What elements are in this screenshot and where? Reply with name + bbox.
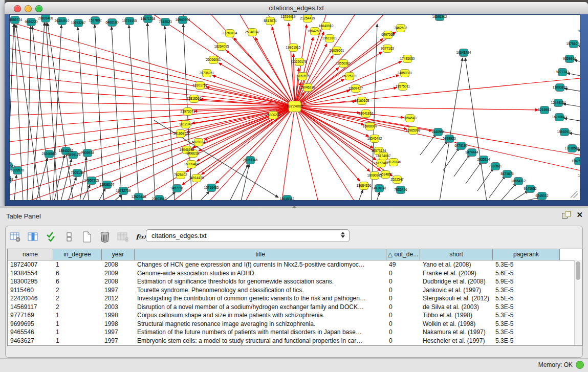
network-canvas[interactable]: 1872400714055724988622020891406263049101… — [9, 14, 580, 201]
table-cell[interactable]: 2012 — [102, 295, 135, 302]
column-header[interactable]: △ out_de... — [386, 249, 420, 260]
table-cell[interactable]: 2003 — [102, 303, 135, 311]
table-cell[interactable]: 2 — [53, 303, 102, 311]
table-cell[interactable]: 5.3E-5 — [493, 329, 560, 336]
table-cell[interactable]: 2 — [53, 295, 102, 302]
table-cell[interactable]: 2008 — [102, 278, 135, 285]
table-cell[interactable]: 0 — [386, 270, 420, 277]
table-cell[interactable]: 0 — [386, 329, 420, 336]
column-header[interactable]: year — [102, 249, 135, 260]
table-cell[interactable]: 2008 — [102, 261, 135, 268]
table-cell[interactable]: 9463627 — [8, 337, 53, 344]
table-cell[interactable]: 5.3E-5 — [493, 287, 560, 294]
table-cell[interactable]: 1 — [53, 320, 102, 327]
table-cell[interactable]: Jankovic et al. (1997) — [420, 287, 493, 294]
table-cell[interactable]: 18300295 — [8, 278, 53, 285]
table-cell[interactable]: 19384554 — [8, 270, 53, 277]
column-header[interactable]: name — [8, 249, 53, 260]
table-cell[interactable]: 0 — [386, 320, 420, 327]
table-cell[interactable]: 1997 — [102, 287, 135, 294]
table-cell[interactable]: Genome-wide association studies in ADHD. — [135, 270, 386, 277]
network-view-window[interactable]: citations_edges.txt 18724007140557249886… — [5, 2, 588, 206]
table-cell[interactable]: 18724007 — [8, 261, 53, 268]
table-cell[interactable]: Wolkin et al. (1998) — [420, 320, 493, 327]
table-cell[interactable]: 5.3E-5 — [493, 320, 560, 327]
table-cell[interactable]: 1 — [53, 329, 102, 336]
scrollbar-thumb[interactable] — [576, 261, 580, 280]
column-header[interactable]: short — [420, 249, 493, 260]
table-cell[interactable]: 5.3E-5 — [493, 261, 560, 268]
table-cell[interactable]: 5.6E-5 — [493, 270, 560, 277]
table-cell[interactable]: 9777169 — [8, 312, 53, 319]
show-columns-icon[interactable] — [28, 231, 39, 243]
table-row[interactable]: 977716911998Corpus callosum shape and si… — [8, 311, 582, 320]
table-cell[interactable]: Changes of HCN gene expression and I(f) … — [135, 261, 386, 268]
table-cell[interactable]: 0 — [386, 303, 420, 311]
table-cell[interactable]: Estimation of the future numbers of pati… — [135, 329, 386, 336]
table-row[interactable]: 969969511998Structural magnetic resonanc… — [8, 320, 582, 329]
memory-status[interactable]: Memory: OK — [538, 361, 584, 369]
table-cell[interactable]: 2009 — [102, 270, 135, 277]
table-row[interactable]: 2242004622012Investigating the contribut… — [8, 294, 582, 303]
table-cell[interactable]: Tourette syndrome. Phenomenology and cla… — [135, 287, 386, 294]
table-cell[interactable]: 0 — [386, 295, 420, 302]
table-cell[interactable]: 0 — [386, 312, 420, 319]
table-cell[interactable]: Yano et al. (2008) — [420, 261, 493, 268]
table-row[interactable]: 1830029562008Estimation of significance … — [8, 277, 582, 286]
network-graph[interactable]: 1872400714055724988622020891406263049101… — [10, 15, 580, 200]
table-row[interactable]: 946362711997Embryonic stem cells: a mode… — [8, 337, 582, 345]
table-cell[interactable]: Corpus callosum shape and size in male p… — [135, 312, 386, 319]
table-cell[interactable]: 0 — [386, 278, 420, 285]
table-cell[interactable]: de Silva et al. (2003) — [420, 303, 493, 311]
canvas-resize-grip[interactable] — [571, 191, 578, 198]
table-cell[interactable]: 0 — [386, 287, 420, 294]
table-row[interactable]: 946554611997Estimation of the future num… — [8, 328, 582, 337]
function-builder-icon[interactable]: f(x) — [135, 231, 146, 243]
table-cell[interactable]: 1997 — [102, 329, 135, 336]
column-header[interactable]: pagerank — [493, 249, 560, 260]
left-panel-collapsed-strip[interactable] — [0, 0, 5, 206]
table-cell[interactable]: 1 — [53, 312, 102, 319]
table-cell[interactable]: 1998 — [102, 320, 135, 327]
table-cell[interactable]: Estimation of significance thresholds fo… — [135, 278, 386, 285]
table-cell[interactable]: 14569117 — [8, 303, 53, 311]
table-cell[interactable]: 1998 — [102, 312, 135, 319]
table-cell[interactable]: 9699695 — [8, 320, 53, 327]
create-column-icon[interactable] — [81, 231, 93, 243]
table-cell[interactable]: 22420046 — [8, 295, 53, 302]
table-cell[interactable]: 5.9E-5 — [493, 278, 560, 285]
row-selector-icon[interactable] — [63, 231, 75, 243]
table-cell[interactable]: Structural magnetic resonance image aver… — [135, 320, 386, 327]
table-cell[interactable]: Dudbridge et al. (2008) — [420, 278, 493, 285]
table-cell[interactable]: 0 — [386, 337, 420, 344]
network-window-titlebar[interactable]: citations_edges.txt — [5, 2, 588, 14]
table-row[interactable]: 911546021997Tourette syndrome. Phenomeno… — [8, 286, 582, 295]
table-cell[interactable]: 1 — [53, 337, 102, 344]
table-cell[interactable]: Investigating the contribution of common… — [135, 295, 386, 302]
table-cell[interactable]: 5.3E-5 — [493, 303, 560, 311]
table-cell[interactable]: Embryonic stem cells: a model to study s… — [135, 337, 386, 344]
table-cell[interactable]: 49 — [386, 261, 420, 268]
table-row[interactable]: 1938455462009Genome-wide association stu… — [8, 269, 582, 278]
table-cell[interactable]: Hescheler et al. (1997) — [420, 337, 493, 344]
table-cell[interactable]: Stergiakouli et al. (2012) — [420, 295, 493, 302]
table-cell[interactable]: 5.3E-5 — [493, 337, 560, 344]
table-cell[interactable]: 6 — [53, 270, 102, 277]
delete-table-icon[interactable] — [117, 231, 128, 243]
column-header[interactable]: in_degree — [53, 249, 102, 260]
table-cell[interactable]: Nakamura et al. (1997) — [420, 329, 493, 336]
select-all-icon[interactable] — [46, 231, 57, 243]
column-header[interactable]: title — [135, 249, 386, 260]
table-selector-dropdown[interactable]: citations_edges.txt — [146, 229, 350, 242]
table-vertical-scrollbar[interactable] — [574, 260, 582, 345]
table-cell[interactable]: 1 — [53, 261, 102, 268]
table-row[interactable]: 1456911722003Disruption of a novel membe… — [8, 303, 582, 312]
table-cell[interactable]: 5.3E-5 — [493, 312, 560, 319]
table-cell[interactable]: Disruption of a novel member of a sodium… — [135, 303, 386, 311]
table-cell[interactable]: 9115460 — [8, 287, 53, 294]
table-cell[interactable]: 5.5E-5 — [493, 295, 560, 302]
table-cell[interactable]: 1997 — [102, 337, 135, 344]
delete-columns-icon[interactable] — [99, 231, 111, 243]
table-cell[interactable]: Tibbo et al. (1998) — [420, 312, 493, 319]
table-cell[interactable]: 2 — [53, 287, 102, 294]
